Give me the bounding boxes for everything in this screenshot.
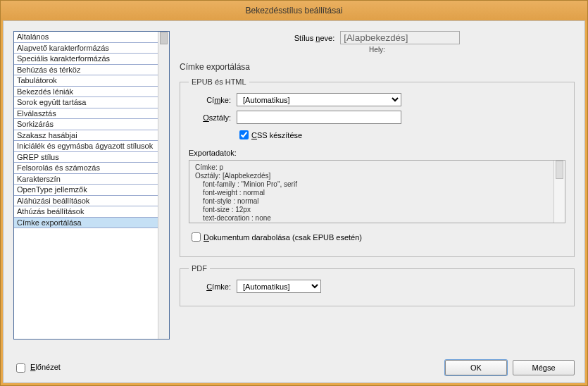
- sidebar-item[interactable]: Aláhúzási beállítások: [14, 196, 169, 207]
- pdf-cimke-label: Címke:: [189, 282, 231, 291]
- export-line: Osztály: [Alapbekezdés]: [195, 172, 551, 180]
- exportadatok-box: Címke: pOsztály: [Alapbekezdés] font-fam…: [189, 160, 565, 223]
- export-line: font-size : 12px: [195, 206, 551, 214]
- pdf-group: PDF Címke: [Automatikus]: [180, 264, 575, 306]
- export-scrollbar[interactable]: [553, 161, 565, 223]
- css-checkbox[interactable]: [239, 130, 249, 139]
- export-line: font-weight : normal: [195, 189, 551, 197]
- export-line: text-decoration : none: [195, 214, 551, 223]
- sidebar-item[interactable]: Sorkizárás: [14, 119, 169, 130]
- export-scroll-thumb[interactable]: [556, 161, 563, 179]
- sidebar-item[interactable]: OpenType jellemzők: [14, 185, 169, 196]
- sidebar-item[interactable]: GREP stílus: [14, 152, 169, 163]
- export-line: font-family : "Minion Pro", serif: [195, 180, 551, 189]
- exportadatok-label: Exportadatok:: [189, 149, 565, 157]
- epub-osztaly-label: Osztály:: [189, 113, 231, 122]
- sidebar-item[interactable]: Speciális karakterformázás: [14, 54, 169, 65]
- export-line: font-variant : normal: [195, 223, 551, 223]
- ok-button[interactable]: OK: [445, 360, 507, 375]
- section-title: Címke exportálása: [180, 62, 575, 72]
- sidebar-scrollbar[interactable]: [158, 32, 169, 339]
- preview-row[interactable]: Előnézet: [13, 361, 61, 375]
- style-name-label: Stílus neve:: [294, 34, 335, 42]
- sidebar-item[interactable]: Altalános: [14, 32, 169, 43]
- pdf-legend: PDF: [189, 264, 210, 273]
- sidebar-item[interactable]: Athúzás beállítások: [14, 206, 169, 218]
- cancel-button[interactable]: Mégse: [513, 360, 575, 375]
- sidebar-item[interactable]: Tabulátorok: [14, 75, 169, 87]
- doc-split-checkbox[interactable]: [192, 232, 201, 242]
- epub-osztaly-input[interactable]: [237, 111, 401, 124]
- preview-checkbox[interactable]: [16, 363, 25, 373]
- hely-label: Hely:: [180, 46, 575, 54]
- export-line: Címke: p: [195, 163, 551, 172]
- pdf-cimke-combo[interactable]: [Automatikus]: [237, 280, 321, 293]
- dialog-title: Bekezdésstílus beállításai: [1, 1, 587, 20]
- sidebar-item[interactable]: Felsorolás és számozás: [14, 163, 169, 174]
- sidebar-item[interactable]: Címke exportálása: [14, 218, 169, 229]
- sidebar-item[interactable]: Bekezdés léniák: [14, 87, 169, 98]
- epub-html-group: EPUB és HTML Címke: [Automatikus] Osztál…: [180, 77, 575, 257]
- epub-cimke-combo[interactable]: [Automatikus]: [237, 93, 401, 106]
- sidebar-item[interactable]: Sorok együtt tartása: [14, 97, 169, 108]
- css-checkbox-label[interactable]: CSS készítése: [251, 131, 302, 139]
- sidebar-item[interactable]: Alapvető karakterformázás: [14, 43, 169, 54]
- doc-split-label[interactable]: Dokumentum darabolása (csak EPUB esetén): [204, 233, 362, 242]
- epub-cimke-label: Címke:: [189, 96, 231, 104]
- sidebar-item[interactable]: Behúzás és térköz: [14, 65, 169, 76]
- epub-legend: EPUB és HTML: [189, 77, 249, 86]
- sidebar-item[interactable]: Szakasz hasábjai: [14, 130, 169, 142]
- preview-label[interactable]: Előnézet: [30, 363, 61, 371]
- sidebar-item[interactable]: Elválasztás: [14, 108, 169, 120]
- style-name-input[interactable]: [340, 31, 460, 44]
- sidebar-item[interactable]: Iniciálék és egymásba ágyazott stílusok: [14, 141, 169, 152]
- sidebar-scroll-thumb[interactable]: [160, 32, 168, 44]
- sidebar-item[interactable]: Karakterszín: [14, 174, 169, 185]
- category-sidebar[interactable]: AltalánosAlapvető karakterformázásSpeciá…: [13, 31, 170, 340]
- export-line: font-style : normal: [195, 197, 551, 206]
